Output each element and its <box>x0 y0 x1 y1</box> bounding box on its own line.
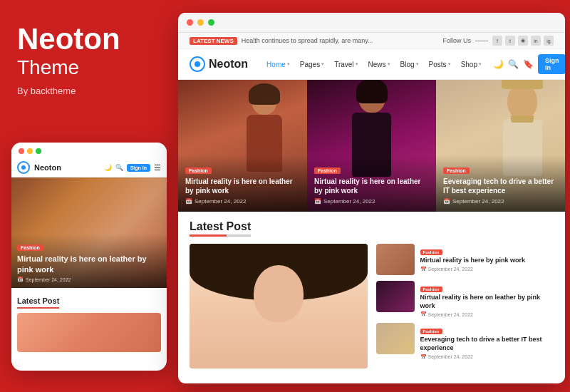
mobile-mockup: Neoton 🌙 🔍 Sign In ☰ Fashion Mirtual rea… <box>11 143 167 371</box>
search-icon: 🔍 <box>115 164 123 171</box>
bookmark-icon[interactable]: 🔖 <box>523 59 534 69</box>
mobile-hero-badge: Fashion <box>17 244 43 251</box>
nav-item-blog[interactable]: Blog▾ <box>396 58 423 71</box>
mobile-sign-btn[interactable]: Sign In <box>127 164 150 172</box>
nav-item-pages[interactable]: Pages▾ <box>296 58 328 71</box>
side-post-content-1: Fashion Mirtual reality is here by pink … <box>420 244 554 272</box>
rss-icon[interactable]: ◉ <box>518 36 528 46</box>
hero-badge-3: Fashion <box>443 167 470 174</box>
side-badge-1: Fashion <box>420 249 442 255</box>
mobile-latest-title: Latest Post <box>17 296 59 309</box>
mobile-dots <box>11 143 167 158</box>
side-title-2: Nirtual reality is here on leather by pi… <box>420 294 554 310</box>
side-badge-2: Fashion <box>420 287 442 292</box>
hero-card-1-overlay: Fashion Mirtual reality is here on leath… <box>178 155 307 212</box>
nav-item-shop[interactable]: Shop▾ <box>457 58 486 71</box>
hero-card-3[interactable]: Fashion Eeveraging tech to drive a bette… <box>436 80 565 212</box>
hero-date-2: 📅 September 24, 2022 <box>314 198 429 205</box>
side-post-1[interactable]: Fashion Mirtual reality is here by pink … <box>376 244 554 275</box>
latest-main-image[interactable] <box>190 244 368 368</box>
mobile-latest-section: Latest Post <box>11 288 167 358</box>
hero-title-1: Mirtual reality is here on leather by pi… <box>185 177 300 195</box>
social-icons: f t ◉ in ig <box>492 36 554 46</box>
hero-badge-1: Fashion <box>185 167 212 174</box>
topbar-news: LATEST NEWS Health continues to spread r… <box>190 37 373 45</box>
follow-label: Follow Us <box>442 37 471 44</box>
hero-date-1: 📅 September 24, 2022 <box>185 198 300 205</box>
mobile-dot-green <box>36 148 41 154</box>
mobile-nav: Neoton 🌙 🔍 Sign In ☰ <box>11 158 167 177</box>
site-topbar: LATEST NEWS Health continues to spread r… <box>178 33 565 49</box>
side-posts: Fashion Mirtual reality is here by pink … <box>376 244 554 368</box>
cal-icon: 📅 <box>420 311 427 317</box>
side-post-content-3: Fashion Eeveraging tech to drive a bette… <box>420 323 554 359</box>
hero-card-2[interactable]: Fashion Nirtual reality is here on leath… <box>307 80 436 212</box>
latest-grid: Fashion Mirtual reality is here by pink … <box>190 244 554 368</box>
hero-section: Fashion Mirtual reality is here on leath… <box>178 80 565 212</box>
facebook-icon[interactable]: f <box>492 36 502 46</box>
logo-circle <box>190 56 205 72</box>
calendar-icon: 📅 <box>443 198 450 205</box>
search-icon[interactable]: 🔍 <box>508 59 519 69</box>
calendar-icon: 📅 <box>314 198 321 205</box>
side-date-3: 📅 September 24, 2022 <box>420 354 554 360</box>
calendar-icon: 📅 <box>17 277 24 282</box>
mobile-hero: Fashion Mirtual reality is here on leath… <box>11 177 167 288</box>
hero-badge-2: Fashion <box>314 167 341 174</box>
side-post-2[interactable]: Fashion Nirtual reality is here on leath… <box>376 281 554 317</box>
nav-items: Home▾ Pages▾ Travel▾ News▾ Blog▾ Posts▾ … <box>262 58 486 71</box>
instagram-icon[interactable]: ig <box>544 36 554 46</box>
calendar-icon: 📅 <box>185 198 192 205</box>
twitter-icon[interactable]: t <box>505 36 515 46</box>
topbar-follow: Follow Us —— f t ◉ in ig <box>442 36 554 46</box>
hero-date-3: 📅 September 24, 2022 <box>443 198 558 205</box>
side-post-img-3 <box>376 323 415 354</box>
side-post-img-1 <box>376 244 415 275</box>
nav-item-travel[interactable]: Travel▾ <box>330 58 362 71</box>
nav-actions: 🌙 🔍 🔖 Sign In <box>493 54 565 74</box>
brand-name: Neoton Theme <box>17 23 160 80</box>
browser-dot-yellow <box>197 19 204 26</box>
brand-by: By backtheme <box>17 86 160 96</box>
side-date-2: 📅 September 24, 2022 <box>420 311 554 317</box>
mobile-logo-circle <box>17 161 30 174</box>
hero-title-2: Nirtual reality is here on leather by pi… <box>314 177 429 195</box>
site-logo: Neoton <box>190 56 248 72</box>
nav-item-posts[interactable]: Posts▾ <box>425 58 455 71</box>
linkedin-icon[interactable]: in <box>531 36 541 46</box>
moon-icon: 🌙 <box>104 164 112 171</box>
menu-icon: ☰ <box>154 163 161 172</box>
hero-card-1[interactable]: Fashion Mirtual reality is here on leath… <box>178 80 307 212</box>
nav-item-news[interactable]: News▾ <box>364 58 395 71</box>
browser-chrome <box>178 13 565 33</box>
mobile-nav-brand: Neoton <box>34 163 100 172</box>
side-title-1: Mirtual reality is here by pink work <box>420 257 554 265</box>
cal-icon: 📅 <box>420 354 427 360</box>
mobile-dot-yellow <box>27 148 33 154</box>
side-post-3[interactable]: Fashion Eeveraging tech to drive a bette… <box>376 323 554 359</box>
latest-title: Latest Post <box>190 220 251 237</box>
browser-dot-red <box>187 19 193 26</box>
divider: —— <box>475 37 488 44</box>
mobile-logo-dot <box>21 165 26 170</box>
latest-news-label: LATEST NEWS <box>190 37 237 45</box>
browser-mockup: LATEST NEWS Health continues to spread r… <box>178 13 565 383</box>
side-title-3: Eeveraging tech to drive a better IT bes… <box>420 336 554 352</box>
latest-section: Latest Post Fashion Mirtual reality is h… <box>178 212 565 377</box>
latest-header: Latest Post <box>190 220 554 237</box>
mobile-hero-overlay: Fashion Mirtual reality is here on leath… <box>11 234 167 288</box>
sign-in-button[interactable]: Sign In <box>538 54 565 74</box>
hero-card-2-overlay: Fashion Nirtual reality is here on leath… <box>307 155 436 212</box>
logo-dot <box>195 61 200 67</box>
moon-icon[interactable]: 🌙 <box>493 59 504 69</box>
mobile-nav-icons: 🌙 🔍 Sign In ☰ <box>104 163 161 172</box>
news-text: Health continues to spread rapidly, are … <box>242 37 373 44</box>
side-date-1: 📅 September 24, 2022 <box>420 267 554 272</box>
site-logo-text: Neoton <box>209 58 248 71</box>
side-post-img-2 <box>376 281 415 312</box>
nav-item-home[interactable]: Home▾ <box>262 58 294 71</box>
site-navbar: Neoton Home▾ Pages▾ Travel▾ News▾ Blog▾ … <box>178 49 565 80</box>
mobile-latest-img <box>17 313 161 352</box>
mobile-hero-date: 📅 September 24, 2022 <box>17 277 161 282</box>
left-panel: Neoton Theme By backtheme Neoton 🌙 🔍 Sig… <box>0 0 177 392</box>
